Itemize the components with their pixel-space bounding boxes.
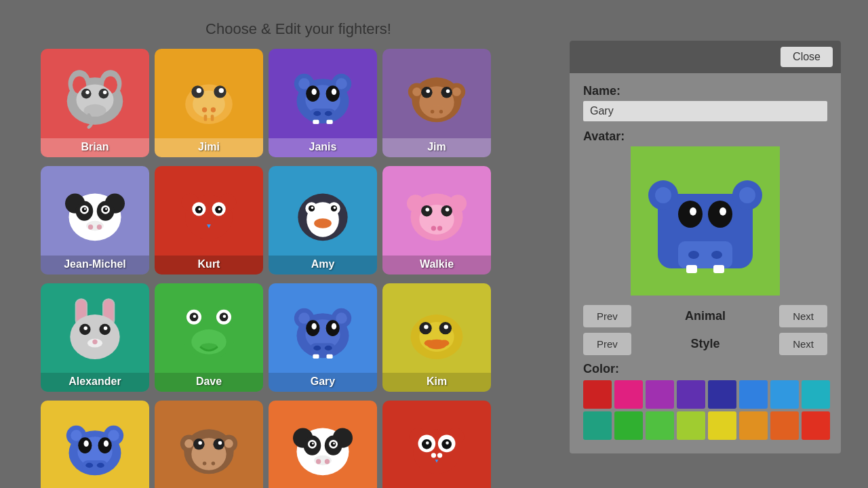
svg-point-168 [212,462,216,466]
svg-point-95 [431,226,436,230]
fighter-name: Walkie [382,256,491,274]
fighter-name: Jimi [155,138,263,157]
fighter-card-amar[interactable]: Amar [41,401,149,488]
svg-point-195 [437,453,442,458]
svg-point-201 [678,201,703,228]
svg-point-45 [426,89,430,94]
color-swatch-12[interactable] [708,411,736,440]
svg-point-101 [70,314,119,359]
svg-point-82 [334,207,336,209]
color-swatch-8[interactable] [583,411,612,440]
color-swatch-11[interactable] [677,411,705,440]
svg-point-72 [218,208,221,211]
avatar-label: Avatar: [583,129,827,144]
svg-point-74 [203,217,215,224]
animal-nav-label: Animal [631,309,779,323]
svg-point-202 [708,201,732,228]
svg-point-152 [104,441,108,447]
close-button[interactable]: Close [781,47,833,67]
fighter-card-kim[interactable]: Kim [382,283,491,392]
color-swatch-15[interactable] [802,411,830,440]
avatar-svg [637,153,773,289]
style-prev-button[interactable]: Prev [583,333,631,355]
svg-point-84 [315,220,321,226]
svg-point-15 [197,88,201,93]
edit-panel: Close Name: Avatar: [570,41,841,453]
name-input[interactable] [583,101,827,121]
color-swatch-1[interactable] [614,380,643,409]
color-swatch-5[interactable] [739,380,768,409]
svg-point-179 [333,443,335,445]
animal-prev-button[interactable]: Prev [583,305,631,327]
fighters-grid: Brian Jimi [41,49,529,488]
svg-point-142 [439,340,450,346]
fighter-card-kurt[interactable]: Kurt [155,166,263,274]
svg-point-34 [325,111,332,116]
fighter-avatar [282,289,363,370]
fighter-card-amy[interactable]: Amy [269,166,377,274]
fighter-avatar [168,289,250,370]
svg-point-166 [200,458,218,468]
fighter-card-jim[interactable]: Jim [382,49,491,157]
svg-point-104 [84,326,88,330]
svg-point-26 [336,78,347,89]
svg-point-48 [431,110,435,114]
fighter-card-dave[interactable]: Dave [155,283,263,392]
svg-point-30 [312,89,317,95]
fighter-name: Kim [382,373,491,392]
color-swatch-10[interactable] [646,411,674,440]
fighter-card-pamela[interactable]: Pamela [269,401,377,488]
svg-point-33 [313,111,321,116]
svg-point-191 [446,441,449,445]
color-swatch-6[interactable] [770,380,799,409]
color-swatch-4[interactable] [708,380,736,409]
color-swatch-2[interactable] [646,380,674,409]
svg-point-18 [202,107,207,112]
color-swatch-13[interactable] [739,411,768,440]
svg-point-59 [84,208,86,210]
fighter-name: Amy [269,256,377,274]
color-swatch-14[interactable] [770,411,799,440]
fighter-avatar [54,289,136,370]
svg-point-19 [211,107,216,112]
fighter-avatar [396,54,477,136]
svg-point-10 [84,104,106,117]
fighter-card-cecilia[interactable]: Cecilia [382,401,491,488]
name-label: Name: [583,84,827,98]
svg-point-62 [88,224,93,229]
svg-point-16 [219,88,224,93]
svg-rect-20 [204,115,208,121]
animal-next-button[interactable]: Next [779,305,827,327]
fighter-card-gary[interactable]: Gary [269,283,377,392]
color-swatch-9[interactable] [614,411,643,440]
svg-point-93 [446,208,450,212]
svg-point-9 [103,91,107,95]
svg-rect-208 [686,265,697,273]
color-swatch-3[interactable] [677,380,705,409]
fighter-avatar [168,171,250,253]
fighter-name: Kurt [155,256,263,274]
panel-body: Name: Avatar: [570,73,841,453]
svg-rect-205 [678,241,732,268]
fighter-card-alexander[interactable]: Alexander [41,283,149,392]
svg-point-96 [437,226,442,230]
svg-point-63 [97,224,102,229]
svg-rect-21 [211,115,214,121]
svg-point-138 [424,325,428,329]
fighter-card-brian[interactable]: Brian [41,49,149,157]
svg-point-139 [444,325,448,329]
avatar-display [631,146,780,296]
svg-point-123 [336,312,347,324]
fighter-card-walkie[interactable]: Walkie [382,166,491,274]
color-swatch-7[interactable] [802,380,830,409]
fighter-card-jeanmichel[interactable]: Jean-Michel [41,166,149,274]
fighter-name: Janis [269,138,377,157]
style-next-button[interactable]: Next [779,333,827,355]
page-title: Choose & Edit your fighters! [41,14,556,43]
fighter-card-jimi[interactable]: Jimi [155,49,263,157]
fighter-card-rupert[interactable]: Rupert [155,401,263,488]
fighter-card-janis[interactable]: Janis [269,49,377,157]
color-section: Color: [583,362,827,440]
color-swatch-0[interactable] [583,380,612,409]
fighter-name: Dave [155,373,263,392]
